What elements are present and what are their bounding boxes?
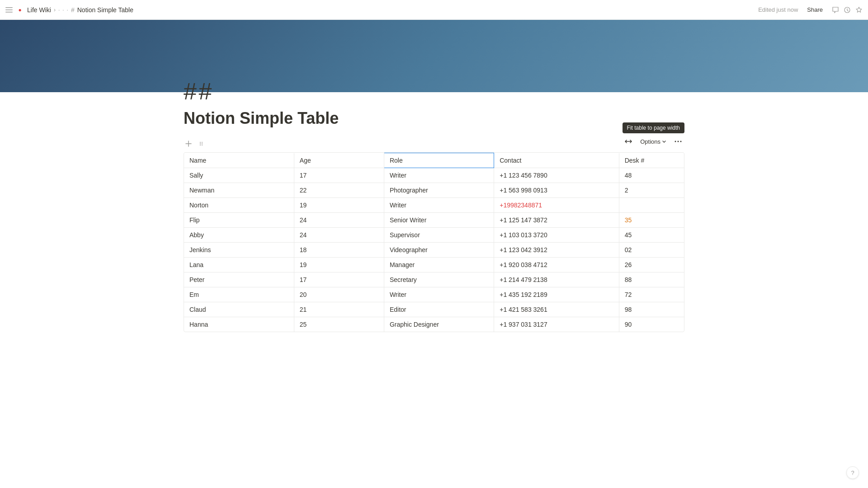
page-content: # # Notion Simple Table	[140, 80, 728, 332]
cell-desk[interactable]: 26	[619, 258, 684, 272]
cell-role[interactable]: Graphic Designer	[384, 317, 494, 332]
table-row[interactable]: Newman22Photographer+1 563 998 09132	[184, 183, 684, 198]
cell-role[interactable]: Editor	[384, 302, 494, 317]
menu-icon[interactable]	[5, 6, 13, 14]
breadcrumb-sep: ›	[54, 7, 56, 13]
breadcrumb-sep4: ·	[67, 7, 68, 13]
cell-contact[interactable]: +1 563 998 0913	[494, 183, 619, 198]
col-header-contact[interactable]: Contact	[494, 153, 619, 168]
cell-desk[interactable]: 35	[619, 213, 684, 228]
table-row[interactable]: Sally17Writer+1 123 456 789048	[184, 168, 684, 183]
table-row[interactable]: Lana19Manager+1 920 038 471226	[184, 258, 684, 272]
fit-table-button[interactable]	[622, 135, 635, 148]
fit-tooltip-container: Fit table to page width Options	[622, 122, 684, 148]
cell-name[interactable]: Abby	[184, 228, 294, 243]
topbar-right: Edited just now Share	[758, 5, 863, 15]
cell-role[interactable]: Manager	[384, 258, 494, 272]
cell-contact[interactable]: +1 123 042 3912	[494, 243, 619, 258]
cell-name[interactable]: Hanna	[184, 317, 294, 332]
cell-desk[interactable]: 90	[619, 317, 684, 332]
cell-contact[interactable]: +1 214 479 2138	[494, 272, 619, 287]
table-row[interactable]: Jenkins18Videographer+1 123 042 391202	[184, 243, 684, 258]
cell-age[interactable]: 25	[294, 317, 384, 332]
cell-role[interactable]: Videographer	[384, 243, 494, 258]
svg-point-7	[202, 142, 203, 143]
svg-rect-0	[5, 7, 13, 8]
cell-role[interactable]: Writer	[384, 168, 494, 183]
cell-name[interactable]: Flip	[184, 213, 294, 228]
table-row[interactable]: Abby24Supervisor+1 103 013 372045	[184, 228, 684, 243]
cell-contact[interactable]: +1 435 192 2189	[494, 287, 619, 302]
cell-age[interactable]: 24	[294, 228, 384, 243]
cell-contact[interactable]: +1 123 456 7890	[494, 168, 619, 183]
favicon-icon: ●	[16, 6, 24, 14]
cell-name[interactable]: Peter	[184, 272, 294, 287]
cell-age[interactable]: 21	[294, 302, 384, 317]
cell-name[interactable]: Claud	[184, 302, 294, 317]
more-options-button[interactable]	[672, 135, 684, 148]
comment-icon[interactable]	[832, 6, 839, 14]
cell-age[interactable]: 22	[294, 183, 384, 198]
svg-rect-2	[5, 12, 13, 13]
cell-name[interactable]: Lana	[184, 258, 294, 272]
page-icon-hash: #	[71, 6, 75, 14]
cell-desk[interactable]: 88	[619, 272, 684, 287]
svg-point-10	[675, 141, 676, 142]
table-body: Sally17Writer+1 123 456 789048Newman22Ph…	[184, 168, 684, 332]
cell-name[interactable]: Jenkins	[184, 243, 294, 258]
cell-age[interactable]: 19	[294, 258, 384, 272]
cell-desk[interactable]	[619, 198, 684, 213]
cell-contact[interactable]: +1 125 147 3872	[494, 213, 619, 228]
cell-role[interactable]: Supervisor	[384, 228, 494, 243]
cell-role[interactable]: Writer	[384, 287, 494, 302]
cell-desk[interactable]: 98	[619, 302, 684, 317]
cell-age[interactable]: 24	[294, 213, 384, 228]
breadcrumb-sep2: ·	[58, 7, 60, 13]
cell-age[interactable]: 17	[294, 168, 384, 183]
cell-age[interactable]: 18	[294, 243, 384, 258]
cell-desk[interactable]: 72	[619, 287, 684, 302]
cell-name[interactable]: Em	[184, 287, 294, 302]
cell-desk[interactable]: 48	[619, 168, 684, 183]
cell-desk[interactable]: 02	[619, 243, 684, 258]
cell-contact[interactable]: +1 103 013 3720	[494, 228, 619, 243]
options-button[interactable]: Options	[637, 136, 670, 147]
col-header-name[interactable]: Name	[184, 153, 294, 168]
cell-role[interactable]: Writer	[384, 198, 494, 213]
workspace-name[interactable]: Life Wiki	[27, 6, 51, 14]
cell-desk[interactable]: 2	[619, 183, 684, 198]
col-header-age[interactable]: Age	[294, 153, 384, 168]
star-icon[interactable]	[855, 6, 863, 14]
cell-contact[interactable]: +19982348871	[494, 198, 619, 213]
drag-handle-icon[interactable]	[196, 139, 206, 149]
svg-point-9	[202, 145, 203, 145]
table-row[interactable]: Claud21Editor+1 421 583 326198	[184, 302, 684, 317]
col-header-desk[interactable]: Desk #	[619, 153, 684, 168]
history-icon[interactable]	[844, 6, 851, 14]
cell-contact[interactable]: +1 920 038 4712	[494, 258, 619, 272]
col-header-role[interactable]: Role	[384, 153, 494, 168]
cell-contact[interactable]: +1 937 031 3127	[494, 317, 619, 332]
options-label: Options	[640, 138, 660, 145]
cell-age[interactable]: 19	[294, 198, 384, 213]
svg-point-12	[680, 141, 682, 142]
cell-name[interactable]: Norton	[184, 198, 294, 213]
cell-age[interactable]: 17	[294, 272, 384, 287]
table-row[interactable]: Peter17Secretary+1 214 479 213888	[184, 272, 684, 287]
add-row-button[interactable]	[184, 139, 193, 149]
cell-contact[interactable]: +1 421 583 3261	[494, 302, 619, 317]
share-button[interactable]: Share	[802, 5, 827, 15]
cell-desk[interactable]: 45	[619, 228, 684, 243]
table-row[interactable]: Norton19Writer+19982348871	[184, 198, 684, 213]
cell-role[interactable]: Photographer	[384, 183, 494, 198]
table-row[interactable]: Hanna25Graphic Designer+1 937 031 312790	[184, 317, 684, 332]
cell-name[interactable]: Newman	[184, 183, 294, 198]
cell-role[interactable]: Senior Writer	[384, 213, 494, 228]
cell-name[interactable]: Sally	[184, 168, 294, 183]
page-breadcrumb-name[interactable]: Notion Simple Table	[77, 6, 133, 14]
cell-role[interactable]: Secretary	[384, 272, 494, 287]
cell-age[interactable]: 20	[294, 287, 384, 302]
table-row[interactable]: Em20Writer+1 435 192 218972	[184, 287, 684, 302]
svg-rect-1	[5, 9, 13, 10]
table-row[interactable]: Flip24Senior Writer+1 125 147 387235	[184, 213, 684, 228]
